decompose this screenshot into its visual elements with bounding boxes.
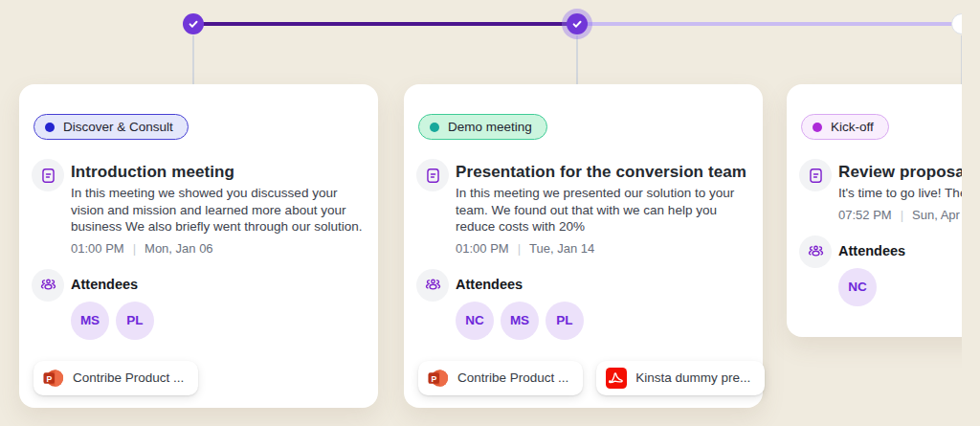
- check-icon: [570, 17, 584, 31]
- meeting-description: In this meeting we showed you discussed …: [71, 185, 363, 235]
- avatar-list: MSPL: [71, 302, 154, 340]
- stage-badge: Kick-off: [801, 114, 889, 140]
- attachment-chip[interactable]: Kinsta dummy pre...: [596, 361, 765, 395]
- attendees-info: Attendees MSPL: [71, 269, 154, 340]
- avatar[interactable]: PL: [116, 302, 154, 340]
- timeline-connector: [192, 35, 194, 84]
- time-divider: |: [901, 208, 903, 222]
- time-text: 01:00 PM: [456, 241, 509, 256]
- attachment-chip[interactable]: P Contribe Product ...: [33, 361, 198, 395]
- meeting-title: Introduction meeting: [71, 162, 363, 182]
- stage-badge: Discover & Consult: [33, 114, 189, 140]
- avatar-list: NC: [838, 268, 905, 306]
- avatar[interactable]: MS: [501, 302, 539, 340]
- attendees-info: Attendees NC: [838, 235, 905, 306]
- meeting-title: Review proposal: [838, 162, 962, 182]
- powerpoint-icon: P: [428, 368, 449, 389]
- time-divider: |: [518, 241, 521, 256]
- avatar-list: NCMSPL: [456, 302, 584, 340]
- users-icon: [32, 269, 64, 302]
- meeting-datetime: 01:00 PM | Tue, Jan 14: [456, 241, 747, 256]
- attendees-info: Attendees NCMSPL: [456, 269, 584, 340]
- timeline-step-completed[interactable]: [183, 13, 204, 34]
- time-divider: |: [133, 241, 136, 256]
- meeting-datetime: 01:00 PM | Mon, Jan 06: [71, 241, 363, 256]
- check-icon: [187, 17, 200, 31]
- meeting-info: Review proposal It's time to go live! Th…: [838, 159, 962, 222]
- note-icon: [32, 159, 64, 191]
- attendees-section: Attendees NC: [799, 235, 962, 306]
- pdf-icon: [606, 368, 627, 389]
- meeting-description: It's time to go live! The a: [838, 185, 962, 202]
- attachment-list: P Contribe Product ...: [33, 361, 363, 395]
- attachment-label: Contribe Product ...: [73, 370, 184, 385]
- badge-dot-icon: [45, 123, 55, 132]
- time-text: 07:52 PM: [838, 208, 892, 222]
- timeline-viewport: Discover & Consult Introduction meeting …: [0, 0, 962, 426]
- date-text: Mon, Jan 06: [145, 241, 213, 256]
- meeting-card: Discover & Consult Introduction meeting …: [19, 84, 378, 408]
- attendees-heading: Attendees: [71, 269, 154, 292]
- attachment-list: P Contribe Product ... Kinsta dummy pre.…: [418, 361, 747, 395]
- users-icon: [799, 235, 832, 268]
- timeline-connector: [576, 35, 578, 84]
- note-icon: [416, 159, 449, 191]
- meeting-description: In this meeting we presented our solutio…: [456, 185, 747, 235]
- attendees-heading: Attendees: [838, 235, 905, 258]
- note-icon: [799, 159, 832, 191]
- attachment-chip[interactable]: P Contribe Product ...: [418, 361, 583, 395]
- meeting-datetime: 07:52 PM | Sun, Apr 20: [838, 208, 962, 222]
- attachment-label: Contribe Product ...: [457, 370, 568, 385]
- timeline-step-upcoming[interactable]: [951, 13, 962, 34]
- attendees-section: Attendees MSPL: [32, 269, 363, 340]
- badge-dot-icon: [430, 123, 439, 132]
- svg-text:P: P: [46, 374, 52, 384]
- users-icon: [416, 269, 449, 302]
- meeting-section: Review proposal It's time to go live! Th…: [799, 159, 962, 222]
- avatar[interactable]: NC: [838, 268, 877, 306]
- timeline-step-current[interactable]: [567, 13, 588, 34]
- powerpoint-icon: P: [43, 368, 64, 389]
- time-text: 01:00 PM: [71, 241, 124, 256]
- badge-dot-icon: [813, 123, 822, 132]
- avatar[interactable]: NC: [456, 302, 494, 340]
- avatar[interactable]: PL: [546, 302, 584, 340]
- attendees-section: Attendees NCMSPL: [416, 269, 747, 340]
- badge-label: Demo meeting: [448, 120, 532, 134]
- avatar[interactable]: MS: [71, 302, 109, 340]
- date-text: Tue, Jan 14: [529, 241, 594, 256]
- badge-label: Kick-off: [831, 120, 874, 134]
- meeting-card: Demo meeting Presentation for the conver…: [404, 84, 763, 408]
- timeline-segment-upcoming: [577, 22, 962, 26]
- meeting-card: Kick-off Review proposal It's time to go…: [787, 84, 962, 337]
- badge-label: Discover & Consult: [63, 120, 173, 134]
- meeting-section: Presentation for the conversion team In …: [416, 159, 747, 256]
- attachment-label: Kinsta dummy pre...: [635, 370, 750, 385]
- meeting-title: Presentation for the conversion team: [456, 162, 747, 182]
- svg-text:P: P: [431, 374, 436, 384]
- timeline-connector: [961, 35, 962, 84]
- meeting-section: Introduction meeting In this meeting we …: [32, 159, 363, 256]
- date-text: Sun, Apr 20: [912, 208, 962, 222]
- meeting-info: Presentation for the conversion team In …: [456, 159, 747, 256]
- attendees-heading: Attendees: [456, 269, 584, 292]
- timeline-segment-completed: [193, 22, 577, 26]
- stage-badge: Demo meeting: [418, 114, 547, 140]
- meeting-info: Introduction meeting In this meeting we …: [71, 159, 363, 256]
